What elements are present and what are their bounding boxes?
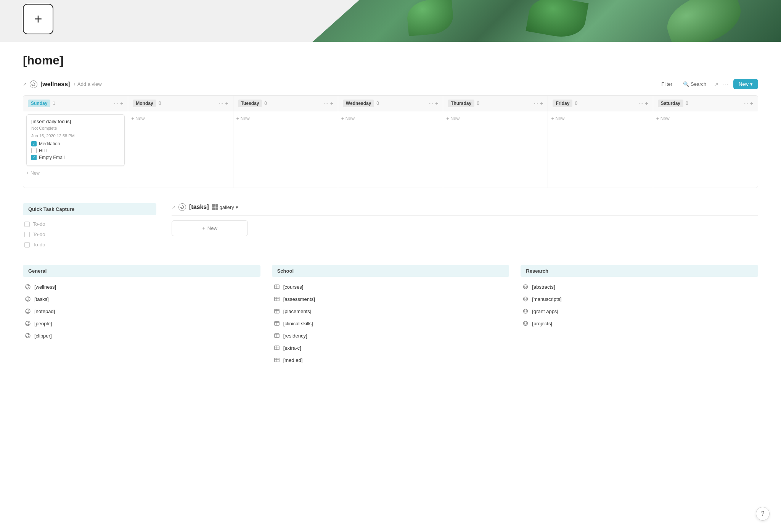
friday-add-button[interactable]: + [645, 100, 648, 106]
sunday-more-button[interactable]: ··· [114, 101, 119, 106]
monday-new-item-button[interactable]: + New [131, 114, 145, 123]
checklist-item-1: HIIT [31, 148, 120, 153]
wednesday-label: Wednesday [343, 100, 374, 107]
abstracts-nav-icon [522, 283, 529, 290]
saturday-more-button[interactable]: ··· [744, 101, 749, 106]
wednesday-header-actions: ··· + [429, 100, 438, 106]
task-label-0: To-do [33, 221, 45, 227]
tasks-new-button[interactable]: + New [172, 220, 248, 236]
research-nav-projects[interactable]: [projects] [521, 317, 758, 329]
filter-button[interactable]: Filter [658, 80, 675, 88]
svg-point-36 [524, 323, 525, 324]
school-nav-courses[interactable]: [courses] [272, 281, 509, 293]
school-clinical-skills-label: [clinical skills] [283, 321, 313, 326]
task-item-2: To-do [23, 239, 156, 250]
friday-label: Friday [553, 100, 572, 107]
sunday-new-item-button[interactable]: + New [26, 169, 40, 177]
wellness-expand-icon[interactable]: ↗ [23, 82, 27, 87]
monday-more-button[interactable]: ··· [219, 101, 223, 106]
svg-point-26 [524, 285, 528, 289]
tasks-divider [172, 215, 758, 216]
monday-header-actions: ··· + [219, 100, 228, 106]
task-checkbox-0[interactable] [24, 222, 30, 227]
research-grant-apps-label: [grant apps] [532, 309, 558, 314]
saturday-add-button[interactable]: + [750, 100, 753, 106]
school-nav-clinical-skills[interactable]: [clinical skills] [272, 317, 509, 329]
school-nav-med-ed[interactable]: [med ed] [272, 354, 509, 366]
checklist-checkbox-1[interactable] [31, 148, 37, 153]
friday-new-item-button[interactable]: + New [551, 114, 564, 123]
tasks-nav-icon [24, 296, 31, 302]
general-nav-wellness[interactable]: [wellness] [23, 281, 260, 293]
research-nav-abstracts[interactable]: [abstracts] [521, 281, 758, 293]
checklist-checkbox-0[interactable]: ✓ [31, 141, 37, 146]
friday-more-button[interactable]: ··· [639, 101, 643, 106]
research-nav-manuscripts[interactable]: [manuscripts] [521, 293, 758, 305]
add-view-button[interactable]: + Add a view [73, 81, 101, 87]
thursday-header-left: Thursday 0 [448, 100, 479, 107]
friday-col-body: + New [548, 111, 652, 188]
general-wellness-label: [wellness] [34, 284, 56, 290]
extra-c-nav-icon [273, 344, 280, 351]
saturday-new-item-button[interactable]: + New [656, 114, 670, 123]
wellness-new-button[interactable]: New ▾ [733, 79, 758, 89]
header-banner: + [0, 0, 781, 42]
sunday-label: Sunday [28, 100, 50, 107]
general-section-title: General [23, 265, 260, 277]
wellness-circle-arrow-icon[interactable] [30, 80, 37, 88]
school-residency-label: [residency] [283, 333, 307, 339]
saturday-header-actions: ··· + [744, 100, 753, 106]
task-checkbox-2[interactable] [24, 242, 30, 248]
school-placements-label: [placements] [283, 309, 312, 314]
tuesday-more-button[interactable]: ··· [324, 101, 328, 106]
wednesday-add-button[interactable]: + [435, 100, 438, 106]
tuesday-add-button[interactable]: + [330, 100, 333, 106]
general-nav-clipper[interactable]: [clipper] [23, 329, 260, 342]
checklist-checkbox-2[interactable]: ✓ [31, 155, 37, 160]
assessments-nav-icon [273, 296, 280, 302]
task-item-1: To-do [23, 229, 156, 239]
saturday-label: Saturday [658, 100, 683, 107]
clipper-nav-icon [24, 332, 31, 339]
calendar-col-saturday: Saturday 0 ··· + + New [653, 96, 758, 188]
tuesday-new-plus-icon: + [236, 116, 239, 121]
filter-label: Filter [661, 81, 672, 87]
monday-add-button[interactable]: + [225, 100, 228, 106]
school-nav-assessments[interactable]: [assessments] [272, 293, 509, 305]
wellness-header-left: ↗ [wellness] + Add a view [23, 80, 102, 88]
wellness-nav-icon [24, 283, 31, 290]
school-nav-residency[interactable]: [residency] [272, 329, 509, 342]
general-notepad-label: [notepad] [34, 309, 55, 314]
wellness-card[interactable]: [insert daily focus] Not Complete Jun 15… [26, 114, 125, 166]
research-nav-grant-apps[interactable]: [grant apps] [521, 305, 758, 317]
calendar-col-header-thursday: Thursday 0 ··· + [443, 96, 548, 111]
task-checkbox-1[interactable] [24, 232, 30, 237]
gallery-view-button[interactable]: gallery ▾ [212, 204, 238, 210]
tasks-expand-icon[interactable]: ↗ [172, 204, 175, 210]
school-section-title: School [272, 265, 509, 277]
search-button[interactable]: 🔍 Search [680, 80, 709, 88]
thursday-new-item-button[interactable]: + New [446, 114, 460, 123]
wellness-more-options-button[interactable]: ··· [723, 81, 729, 87]
new-btn-chevron-icon: ▾ [750, 81, 753, 87]
wednesday-new-item-button[interactable]: + New [341, 114, 355, 123]
school-nav-extra-c[interactable]: [extra-c] [272, 342, 509, 354]
general-nav-people[interactable]: [people] [23, 317, 260, 329]
thursday-add-button[interactable]: + [540, 100, 543, 106]
sunday-header-actions: ··· + [114, 100, 123, 106]
med-ed-nav-icon [273, 357, 280, 363]
calendar-col-monday: Monday 0 ··· + + New [128, 96, 233, 188]
new-page-button[interactable]: + [23, 4, 53, 34]
tuesday-new-item-button[interactable]: + New [236, 114, 250, 123]
school-nav-placements[interactable]: [placements] [272, 305, 509, 317]
wellness-expand-arrow-icon[interactable]: ↗ [714, 81, 718, 87]
school-assessments-label: [assessments] [283, 296, 315, 302]
thursday-more-button[interactable]: ··· [534, 101, 538, 106]
general-nav-notepad[interactable]: [notepad] [23, 305, 260, 317]
tasks-circle-arrow-icon[interactable] [178, 203, 186, 211]
sunday-add-button[interactable]: + [120, 100, 123, 106]
general-nav-tasks[interactable]: [tasks] [23, 293, 260, 305]
school-med-ed-label: [med ed] [283, 357, 303, 363]
sunday-count: 1 [53, 101, 55, 106]
wednesday-more-button[interactable]: ··· [429, 101, 434, 106]
